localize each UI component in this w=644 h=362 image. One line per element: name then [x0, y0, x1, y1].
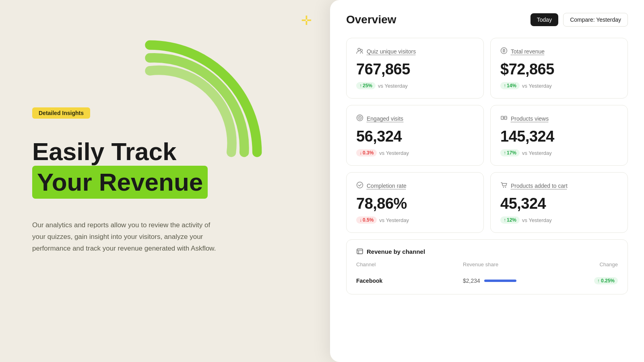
deco-star-1: ✛: [301, 13, 312, 28]
products-views-value: 145,324: [500, 128, 618, 145]
svg-point-8: [357, 182, 363, 188]
arcs-decoration: [137, 32, 266, 161]
products-cart-label: Products added to cart: [511, 183, 568, 189]
svg-point-9: [503, 187, 504, 187]
stat-card-products-cart: Products added to cart 45,324 ↑ 12% vs Y…: [490, 172, 628, 233]
today-button[interactable]: Today: [530, 13, 558, 26]
quiz-visitors-change: ↑ 25% vs Yesterday: [356, 82, 474, 89]
revenue-bar: [484, 280, 516, 282]
products-cart-change: ↑ 12% vs Yesterday: [500, 216, 618, 224]
products-cart-value: 45,324: [500, 195, 618, 212]
quiz-visitors-label: Quiz unique visitors: [367, 48, 416, 55]
products-views-change: ↑ 17% vs Yesterday: [500, 149, 618, 156]
products-views-icon: [500, 114, 508, 123]
revenue-change-badge: ↑ 0.25%: [594, 277, 618, 284]
headline-highlight: Your Revenue: [32, 166, 208, 199]
total-revenue-label: Total revenue: [511, 48, 545, 55]
quiz-visitors-badge: ↑ 25%: [356, 82, 376, 89]
stat-label-total-revenue: Total revenue: [500, 47, 618, 56]
stat-label-products-cart: Products added to cart: [500, 181, 618, 190]
revenue-change-cell: ↑ 0.25%: [570, 277, 618, 284]
products-cart-vs: vs Yesterday: [522, 217, 552, 223]
completion-rate-icon: [356, 181, 363, 190]
completion-rate-label: Completion rate: [367, 183, 407, 189]
engaged-visits-change: ↓ 0.3% vs Yesterday: [356, 149, 474, 156]
engaged-visits-vs: vs Yesterday: [379, 150, 409, 156]
engaged-visits-badge: ↓ 0.3%: [356, 149, 377, 156]
products-views-vs: vs Yesterday: [522, 150, 552, 156]
revenue-table-icon: [356, 248, 363, 255]
svg-point-1: [361, 49, 363, 51]
left-panel: Detailed Insights Easily Track Your Reve…: [0, 0, 258, 362]
hero-description: Our analytics and reports allow you to r…: [32, 220, 217, 255]
col-channel: Channel: [356, 261, 463, 267]
compare-button[interactable]: Compare: Yesterday: [563, 13, 628, 27]
svg-point-0: [358, 48, 360, 51]
stat-card-completion-rate: Completion rate 78,86% ↓ 0.5% vs Yesterd…: [346, 172, 484, 233]
overview-title: Overview: [346, 13, 396, 26]
quiz-visitors-icon: [356, 47, 363, 56]
completion-rate-change: ↓ 0.5% vs Yesterday: [356, 216, 474, 224]
stats-grid: Quiz unique visitors 767,865 ↑ 25% vs Ye…: [346, 38, 628, 233]
completion-rate-value: 78,86%: [356, 195, 474, 212]
revenue-amount: $2,234: [463, 278, 480, 284]
svg-point-5: [359, 117, 361, 119]
revenue-section: Revenue by channel Channel Revenue share…: [346, 239, 628, 294]
stat-card-quiz-visitors: Quiz unique visitors 767,865 ↑ 25% vs Ye…: [346, 38, 484, 99]
products-views-badge: ↑ 17%: [500, 149, 520, 156]
stat-label-completion-rate: Completion rate: [356, 181, 474, 190]
quiz-visitors-value: 767,865: [356, 61, 474, 78]
total-revenue-value: $72,865: [500, 61, 618, 78]
engaged-visits-icon: [356, 114, 363, 123]
total-revenue-vs: vs Yesterday: [522, 83, 552, 89]
revenue-row-facebook: Facebook $2,234 ↑ 0.25%: [356, 276, 618, 286]
svg-rect-11: [357, 249, 363, 254]
dashboard-header: Overview Today Compare: Yesterday: [346, 13, 628, 27]
col-change: Change: [570, 261, 618, 267]
revenue-share-cell: $2,234: [463, 278, 570, 284]
engaged-visits-value: 56,324: [356, 128, 474, 145]
products-cart-icon: [500, 181, 508, 190]
stat-card-engaged-visits: Engaged visits 56,324 ↓ 0.3% vs Yesterda…: [346, 105, 484, 166]
products-views-label: Products views: [511, 115, 549, 122]
completion-rate-badge: ↓ 0.5%: [356, 216, 377, 224]
total-revenue-change: ↑ 14% vs Yesterday: [500, 82, 618, 89]
total-revenue-badge: ↑ 14%: [500, 82, 520, 89]
channel-name: Facebook: [356, 278, 463, 284]
revenue-header: Revenue by channel: [356, 248, 618, 255]
stat-label-engaged-visits: Engaged visits: [356, 114, 474, 123]
engaged-visits-label: Engaged visits: [367, 115, 403, 122]
col-revenue-share: Revenue share: [463, 261, 570, 267]
svg-point-10: [505, 187, 506, 187]
completion-rate-vs: vs Yesterday: [379, 217, 409, 223]
header-buttons: Today Compare: Yesterday: [530, 13, 628, 27]
quiz-visitors-vs: vs Yesterday: [378, 83, 408, 89]
revenue-table-header: Channel Revenue share Change: [356, 261, 618, 271]
stat-card-total-revenue: Total revenue $72,865 ↑ 14% vs Yesterday: [490, 38, 628, 99]
stat-label-quiz-visitors: Quiz unique visitors: [356, 47, 474, 56]
dashboard-panel: Overview Today Compare: Yesterday Quiz u…: [330, 0, 644, 362]
stat-label-products-views: Products views: [500, 114, 618, 123]
badge: Detailed Insights: [32, 107, 90, 119]
products-cart-badge: ↑ 12%: [500, 216, 520, 224]
total-revenue-icon: [500, 47, 508, 56]
stat-card-products-views: Products views 145,324 ↑ 17% vs Yesterda…: [490, 105, 628, 166]
revenue-title: Revenue by channel: [367, 248, 425, 255]
